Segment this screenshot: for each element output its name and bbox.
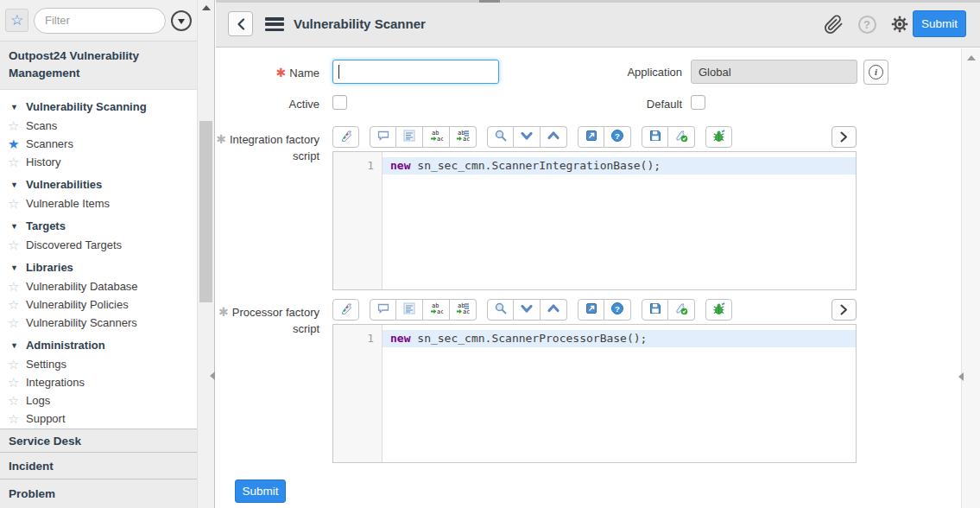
comment-button[interactable]	[370, 126, 396, 148]
format-code-button[interactable]	[396, 299, 423, 321]
help-icon[interactable]: ?	[857, 14, 877, 35]
star-icon[interactable]: ☆	[8, 393, 26, 409]
debug-button[interactable]	[705, 126, 732, 148]
text-caret	[338, 65, 339, 79]
form-context-menu-icon[interactable]	[265, 17, 284, 31]
default-checkbox[interactable]	[691, 95, 705, 110]
scroll-up-icon[interactable]	[967, 55, 976, 60]
sidebar-item-settings[interactable]: ☆Settings	[0, 355, 197, 373]
save-button[interactable]	[642, 299, 668, 321]
triangle-collapse-icon: ▼	[10, 103, 18, 111]
sidebar-item-history[interactable]: ☆History	[0, 153, 197, 171]
filter-input[interactable]	[34, 8, 166, 34]
comment-button[interactable]	[370, 299, 396, 321]
navigator-filter-bar: ☆	[0, 0, 197, 41]
application-label: Application	[587, 66, 682, 79]
sidebar-item-vulnerability-scanners[interactable]: ☆Vulnerability Scanners	[0, 314, 197, 332]
submit-button[interactable]: Submit	[913, 10, 966, 37]
star-icon[interactable]: ☆	[8, 238, 26, 253]
svg-text:ac: ac	[437, 308, 443, 315]
search-button[interactable]	[487, 299, 514, 321]
nav-section-vulnerabilities[interactable]: ▼Vulnerabilities	[0, 174, 197, 194]
syntax-check-button[interactable]	[332, 299, 359, 321]
replace-all-button[interactable]: abac	[450, 299, 477, 321]
form-scrollbar[interactable]	[961, 48, 980, 508]
attachment-icon[interactable]	[823, 14, 844, 35]
application-field: Global	[691, 60, 857, 84]
active-checkbox[interactable]	[332, 95, 347, 110]
star-icon[interactable]: ☆	[8, 375, 26, 391]
code-area[interactable]: new sn_sec_cmn.ScannerIntegrationBase();	[383, 152, 856, 289]
star-icon[interactable]: ☆	[8, 118, 26, 134]
validate-button[interactable]	[668, 299, 695, 321]
open-in-window-button[interactable]	[578, 299, 604, 321]
navigator-menu-icon[interactable]	[171, 10, 192, 31]
star-icon[interactable]: ☆	[8, 279, 26, 295]
scripting-help-button[interactable]: ?	[604, 126, 631, 148]
code-area[interactable]: new sn_sec_cmn.ScannerProcessorBase();	[383, 325, 856, 462]
star-icon[interactable]: ☆	[8, 411, 26, 427]
form-pane: Vulnerability Scanner ? Submit ✱Name App…	[216, 0, 980, 508]
back-button[interactable]	[228, 11, 253, 36]
debug-button[interactable]	[705, 299, 732, 321]
sidebar-item-vulnerability-policies[interactable]: ☆Vulnerability Policies	[0, 295, 197, 314]
scripting-help-icon: ?	[610, 129, 624, 145]
validate-button[interactable]	[668, 126, 695, 148]
sidebar-item-logs[interactable]: ☆Logs	[0, 391, 197, 410]
integration-script-editor[interactable]: 1 new sn_sec_cmn.ScannerIntegrationBase(…	[332, 151, 857, 290]
favorites-star-icon[interactable]: ☆	[5, 9, 28, 32]
find-next-button[interactable]	[514, 299, 541, 321]
replace-button[interactable]: abac	[423, 126, 450, 148]
collapse-pane-icon[interactable]	[958, 372, 964, 381]
find-next-icon	[520, 302, 534, 318]
validate-icon	[674, 129, 688, 145]
replace-button[interactable]: abac	[423, 299, 450, 321]
save-button[interactable]	[642, 126, 668, 148]
horizontal-scrollbar[interactable]	[216, 0, 980, 3]
sidebar-item-integrations[interactable]: ☆Integrations	[0, 373, 197, 391]
nav-section-targets[interactable]: ▼Targets	[0, 215, 197, 236]
scrollbar-thumb[interactable]	[199, 121, 212, 302]
format-code-icon	[402, 302, 416, 318]
search-button[interactable]	[487, 126, 514, 148]
nav-section-administration[interactable]: ▼Administration	[0, 334, 197, 355]
find-previous-icon	[547, 129, 560, 145]
star-icon[interactable]: ☆	[8, 196, 26, 212]
sidebar-item-discovered-targets[interactable]: ☆Discovered Targets	[0, 236, 197, 254]
star-icon[interactable]: ☆	[8, 155, 26, 170]
app-section-problem[interactable]: Problem	[0, 479, 197, 508]
expand-editor-button[interactable]	[831, 299, 857, 321]
sidebar-item-scans[interactable]: ☆Scans	[0, 117, 197, 135]
name-input[interactable]	[332, 60, 499, 84]
sidebar-item-vulnerable-items[interactable]: ☆Vulnerable Items	[0, 194, 197, 213]
nav-section-libraries[interactable]: ▼Libraries	[0, 257, 197, 277]
comment-icon	[376, 302, 390, 318]
sidebar-scrollbar[interactable]	[197, 0, 215, 508]
submit-button-bottom[interactable]: Submit	[235, 479, 286, 503]
scroll-up-icon[interactable]	[202, 5, 211, 10]
syntax-check-button[interactable]	[332, 126, 359, 148]
find-previous-button[interactable]	[541, 126, 567, 148]
open-in-window-button[interactable]	[578, 126, 604, 148]
star-icon[interactable]: ☆	[8, 315, 26, 331]
scripting-help-button[interactable]: ?	[604, 299, 631, 321]
app-section-service-desk[interactable]: Service Desk	[0, 429, 197, 452]
find-next-button[interactable]	[514, 126, 541, 148]
chevron-right-icon	[839, 304, 849, 315]
star-icon[interactable]: ☆	[8, 297, 26, 313]
sidebar-item-support[interactable]: ☆Support	[0, 410, 197, 428]
settings-gear-icon[interactable]	[889, 14, 910, 35]
nav-section-vulnerability-scanning[interactable]: ▼Vulnerability Scanning	[0, 96, 197, 117]
star-icon[interactable]: ☆	[8, 357, 26, 372]
processor-script-editor[interactable]: 1 new sn_sec_cmn.ScannerProcessorBase();	[332, 324, 857, 463]
sidebar-item-scanners[interactable]: ★Scanners	[0, 135, 197, 153]
app-section-incident[interactable]: Incident	[0, 452, 197, 479]
expand-editor-button[interactable]	[831, 126, 857, 148]
format-code-button[interactable]	[396, 126, 423, 148]
collapse-pane-icon[interactable]	[210, 371, 215, 380]
find-previous-button[interactable]	[541, 299, 567, 321]
favorite-star-icon[interactable]: ★	[8, 137, 26, 152]
replace-all-button[interactable]: abac	[450, 126, 477, 148]
application-info-button[interactable]: i	[863, 60, 888, 85]
sidebar-item-vulnerability-database[interactable]: ☆Vulnerability Database	[0, 277, 197, 295]
